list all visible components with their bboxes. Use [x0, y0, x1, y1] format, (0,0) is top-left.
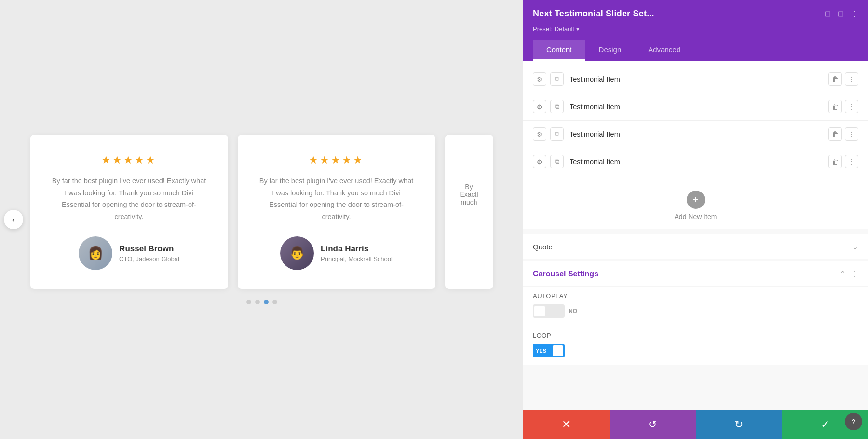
panel-title-icons: ⊡ ⊞ ⋮ [825, 9, 858, 18]
add-new-label: Add New Item [675, 213, 717, 220]
dot-2[interactable] [255, 300, 260, 304]
quote-section-title: Quote [533, 243, 553, 251]
item-icons-right-3: 🗑 ⋮ [828, 127, 858, 141]
autoplay-toggle[interactable] [533, 304, 565, 318]
person-1: 👩 Russel Brown CTO, Jadeson Global [79, 236, 179, 270]
item-icons-left: ⚙ ⧉ [533, 127, 564, 141]
canvas-area: ‹ ★★★★★ By far the best plugin I've ever… [0, 0, 523, 439]
item-icons-right-4: 🗑 ⋮ [828, 155, 858, 168]
dot-3[interactable] [264, 300, 269, 304]
copy-icon[interactable]: ⧉ [550, 155, 564, 168]
quote-section-header[interactable]: Quote ⌄ [523, 234, 868, 259]
testimonial-card-3-partial: ByExactlmuch [445, 135, 493, 289]
copy-icon[interactable]: ⧉ [550, 72, 564, 86]
quote-section: Quote ⌄ [523, 234, 868, 259]
chevron-down-icon: ⌄ [852, 242, 858, 251]
tab-content[interactable]: Content [533, 40, 585, 61]
grid-icon[interactable]: ⊞ [838, 9, 844, 18]
loop-label: Loop [533, 332, 858, 339]
tab-design[interactable]: Design [585, 40, 635, 61]
tab-advanced[interactable]: Advanced [635, 40, 694, 61]
delete-icon-3[interactable]: 🗑 [828, 127, 842, 141]
settings-icon[interactable]: ⚙ [533, 100, 546, 113]
settings-icon[interactable]: ⚙ [533, 155, 546, 168]
person-2: 👨 Linda Harris Principal, Mockrell Schoo… [280, 236, 393, 270]
chevron-up-icon[interactable]: ⌃ [840, 269, 846, 278]
loop-toggle[interactable]: YES [533, 344, 565, 357]
add-new-item-button[interactable]: + Add New Item [523, 180, 868, 229]
autoplay-field: Autoplay NO [523, 286, 868, 326]
more-icon-1[interactable]: ⋮ [845, 72, 858, 86]
person-title-1: CTO, Jadeson Global [119, 255, 179, 262]
more-icon-2[interactable]: ⋮ [845, 100, 858, 113]
bottom-toolbar: ✕ ↺ ↻ ✓ [523, 410, 868, 439]
dot-4[interactable] [272, 300, 277, 304]
item-label-2: Testimonial Item [570, 103, 823, 110]
copy-icon[interactable]: ⧉ [550, 100, 564, 113]
undo-button[interactable]: ↺ [610, 410, 696, 439]
panel-title-row: Next Testimonial Slider Set... ⊡ ⊞ ⋮ [533, 9, 858, 19]
panel-title: Next Testimonial Slider Set... [533, 9, 654, 19]
autoplay-label: Autoplay [533, 292, 858, 300]
item-label-3: Testimonial Item [570, 130, 823, 138]
toggle-knob-loop [553, 345, 563, 356]
person-name-2: Linda Harris [321, 244, 393, 254]
toggle-knob [534, 306, 545, 316]
avatar-1: 👩 [79, 236, 112, 270]
cancel-button[interactable]: ✕ [523, 410, 610, 439]
person-info-2: Linda Harris Principal, Mockrell School [321, 244, 393, 262]
table-row: ⚙ ⧉ Testimonial Item 🗑 ⋮ [523, 148, 868, 175]
item-icons-right-2: 🗑 ⋮ [828, 100, 858, 113]
settings-icon[interactable]: ⚙ [533, 72, 546, 86]
person-title-2: Principal, Mockrell School [321, 255, 393, 262]
more-icon[interactable]: ⋮ [851, 9, 858, 18]
quote-2: By far the best plugin I've ever used! E… [259, 175, 414, 223]
redo-button[interactable]: ↻ [696, 410, 782, 439]
panel-content[interactable]: ⚙ ⧉ Testimonial Item 🗑 ⋮ ⚙ ⧉ Testimonial… [523, 61, 868, 410]
stars-2: ★★★★★ [309, 154, 364, 166]
copy-icon[interactable]: ⧉ [550, 127, 564, 141]
panel-subtitle: Preset: Default ▾ [533, 26, 858, 33]
item-icons-right-1: 🗑 ⋮ [828, 72, 858, 86]
floating-help-icon[interactable]: ? [845, 413, 862, 430]
quote-1: By far the best plugin I've ever used! E… [52, 175, 206, 223]
testimonial-card-1: ★★★★★ By far the best plugin I've ever u… [30, 135, 228, 289]
carousel-header-icons: ⌃ ⋮ [840, 269, 858, 278]
testimonial-card-2: ★★★★★ By far the best plugin I've ever u… [238, 135, 435, 289]
loop-toggle-container: YES [533, 344, 858, 357]
carousel-settings-title: Carousel Settings [533, 270, 598, 278]
carousel-settings-header: Carousel Settings ⌃ ⋮ [523, 261, 868, 286]
delete-icon-4[interactable]: 🗑 [828, 155, 842, 168]
autoplay-toggle-label: NO [569, 308, 577, 315]
item-label-1: Testimonial Item [570, 75, 823, 83]
right-panel: Next Testimonial Slider Set... ⊡ ⊞ ⋮ Pre… [523, 0, 868, 439]
prev-arrow[interactable]: ‹ [4, 210, 23, 229]
item-label-4: Testimonial Item [570, 158, 823, 165]
delete-icon-2[interactable]: 🗑 [828, 100, 842, 113]
dots-row [246, 300, 277, 304]
panel-tabs: Content Design Advanced [533, 40, 858, 61]
item-icons-left: ⚙ ⧉ [533, 72, 564, 86]
items-list: ⚙ ⧉ Testimonial Item 🗑 ⋮ ⚙ ⧉ Testimonial… [523, 61, 868, 180]
avatar-2: 👨 [280, 236, 314, 270]
person-name-1: Russel Brown [119, 244, 179, 254]
autoplay-toggle-container: NO [533, 304, 858, 318]
more-options-icon[interactable]: ⋮ [851, 269, 858, 278]
table-row: ⚙ ⧉ Testimonial Item 🗑 ⋮ [523, 66, 868, 93]
person-info-1: Russel Brown CTO, Jadeson Global [119, 244, 179, 262]
table-row: ⚙ ⧉ Testimonial Item 🗑 ⋮ [523, 121, 868, 148]
carousel-settings: Carousel Settings ⌃ ⋮ Autoplay NO Loop [523, 261, 868, 365]
table-row: ⚙ ⧉ Testimonial Item 🗑 ⋮ [523, 93, 868, 121]
add-icon: + [687, 191, 705, 209]
loop-field: Loop YES [523, 326, 868, 365]
delete-icon-1[interactable]: 🗑 [828, 72, 842, 86]
more-icon-4[interactable]: ⋮ [845, 155, 858, 168]
loop-toggle-yes: YES [536, 348, 546, 354]
slider-container: ‹ ★★★★★ By far the best plugin I've ever… [30, 135, 493, 304]
more-icon-3[interactable]: ⋮ [845, 127, 858, 141]
settings-icon[interactable]: ⚙ [533, 127, 546, 141]
maximize-icon[interactable]: ⊡ [825, 9, 831, 18]
dot-1[interactable] [246, 300, 251, 304]
stars-1: ★★★★★ [101, 154, 157, 166]
item-icons-left: ⚙ ⧉ [533, 100, 564, 113]
